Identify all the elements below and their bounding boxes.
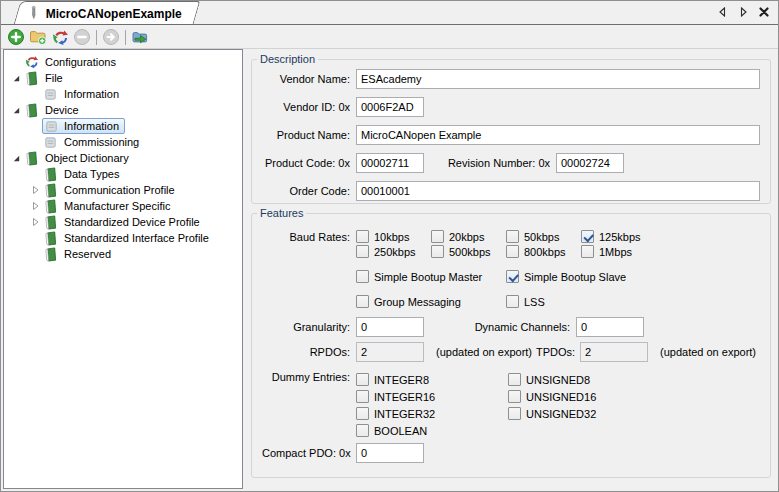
tree-item-file-information[interactable]: Information bbox=[4, 86, 242, 102]
checkbox-simple-bootup-slave[interactable]: Simple Bootup Slave bbox=[506, 270, 626, 283]
checkbox-label: 1Mbps bbox=[599, 246, 632, 258]
revision-number-field[interactable] bbox=[556, 153, 624, 173]
tree-item-label: Device bbox=[43, 104, 81, 116]
description-groupbox-title: Description bbox=[257, 53, 318, 65]
checkbox-box[interactable] bbox=[508, 407, 521, 420]
go-button-disabled[interactable] bbox=[100, 27, 122, 48]
right-arrow-icon[interactable] bbox=[737, 6, 749, 18]
checkbox-unsigned16[interactable]: UNSIGNED16 bbox=[508, 388, 596, 405]
checkbox-boolean[interactable]: BOOLEAN bbox=[356, 422, 508, 439]
granularity-label: Granularity: bbox=[262, 321, 350, 333]
checkbox-box[interactable] bbox=[356, 373, 369, 386]
checkbox-1mbps[interactable]: 1Mbps bbox=[581, 245, 656, 258]
checkbox-500kbps[interactable]: 500kbps bbox=[431, 245, 506, 258]
tree-item-device[interactable]: Device bbox=[4, 102, 242, 118]
close-icon[interactable] bbox=[758, 6, 770, 18]
order-code-field[interactable] bbox=[356, 181, 760, 201]
checkbox-box[interactable] bbox=[508, 390, 521, 403]
tree-item-manufacturer-specific[interactable]: Manufacturer Specific bbox=[4, 198, 242, 214]
checkbox-integer8[interactable]: INTEGER8 bbox=[356, 371, 508, 388]
tab-microcanopenexample[interactable]: MicroCANopenExample bbox=[14, 1, 201, 24]
export-button[interactable] bbox=[129, 27, 151, 48]
product-name-field[interactable] bbox=[356, 125, 760, 145]
checkbox-box[interactable] bbox=[356, 245, 369, 258]
tree-item-reserved[interactable]: Reserved bbox=[4, 246, 242, 262]
checkbox-label: 10kbps bbox=[374, 231, 409, 243]
granularity-field[interactable] bbox=[356, 317, 424, 337]
tree-item-device-information-selected[interactable]: Information bbox=[4, 118, 242, 134]
checkbox-box[interactable] bbox=[581, 245, 594, 258]
checkbox-10kbps[interactable]: 10kbps bbox=[356, 230, 431, 243]
compact-pdo-field[interactable] bbox=[356, 443, 424, 463]
rpdos-label: RPDOs: bbox=[262, 346, 350, 358]
tree-item-label: Object Dictionary bbox=[43, 152, 131, 164]
checkbox-simple-bootup-master[interactable]: Simple Bootup Master bbox=[356, 270, 506, 283]
checkbox-250kbps[interactable]: 250kbps bbox=[356, 245, 431, 258]
open-button[interactable] bbox=[27, 27, 49, 48]
tree-item-data-types[interactable]: Data Types bbox=[4, 166, 242, 182]
vendor-name-field[interactable] bbox=[356, 69, 760, 89]
book-icon bbox=[24, 151, 39, 166]
vendor-id-field[interactable] bbox=[356, 97, 424, 117]
checkbox-unsigned8[interactable]: UNSIGNED8 bbox=[508, 371, 596, 388]
checkbox-125kbps[interactable]: 125kbps bbox=[581, 230, 656, 243]
checkbox-50kbps[interactable]: 50kbps bbox=[506, 230, 581, 243]
checkbox-box[interactable] bbox=[356, 270, 369, 283]
checkbox-box[interactable] bbox=[506, 230, 519, 243]
tree-item-standardized-device-profile[interactable]: Standardized Device Profile bbox=[4, 214, 242, 230]
remove-button-disabled[interactable] bbox=[71, 27, 93, 48]
tree-item-object-dictionary[interactable]: Object Dictionary bbox=[4, 150, 242, 166]
gray-sphere-minus-icon bbox=[73, 28, 91, 46]
expander-collapsed-icon[interactable] bbox=[27, 182, 43, 198]
checkbox-unsigned32[interactable]: UNSIGNED32 bbox=[508, 405, 596, 422]
checkbox-integer32[interactable]: INTEGER32 bbox=[356, 405, 508, 422]
checkbox-lss[interactable]: LSS bbox=[506, 295, 545, 308]
checkbox-box[interactable] bbox=[356, 295, 369, 308]
tree-item-communication-profile[interactable]: Communication Profile bbox=[4, 182, 242, 198]
dummy-entries-label: Dummy Entries: bbox=[262, 371, 350, 383]
tree-item-file[interactable]: File bbox=[4, 70, 242, 86]
left-arrow-icon[interactable] bbox=[716, 6, 728, 18]
expander-expanded-icon[interactable] bbox=[8, 70, 24, 86]
expander-collapsed-icon[interactable] bbox=[27, 198, 43, 214]
book-icon bbox=[43, 231, 58, 246]
tree-item-label: Data Types bbox=[62, 168, 121, 180]
expander-expanded-icon[interactable] bbox=[8, 102, 24, 118]
checkbox-label: 125kbps bbox=[599, 231, 641, 243]
checkbox-box[interactable] bbox=[356, 407, 369, 420]
tree-item-configurations[interactable]: Configurations bbox=[4, 54, 242, 70]
product-code-field[interactable] bbox=[356, 153, 424, 173]
new-button[interactable] bbox=[5, 27, 27, 48]
checkbox-box[interactable] bbox=[356, 424, 369, 437]
book-icon bbox=[43, 167, 58, 182]
tree-item-label: Standardized Device Profile bbox=[62, 216, 202, 228]
checkbox-box[interactable] bbox=[581, 230, 594, 243]
checkbox-box[interactable] bbox=[356, 230, 369, 243]
dummy-entries-column-2: UNSIGNED8 UNSIGNED16 UNSIGNED32 bbox=[508, 371, 596, 422]
checkbox-label: UNSIGNED32 bbox=[526, 408, 596, 420]
expander-slot bbox=[27, 246, 43, 262]
checkbox-box[interactable] bbox=[431, 245, 444, 258]
checkbox-group-messaging[interactable]: Group Messaging bbox=[356, 295, 506, 308]
expander-expanded-icon[interactable] bbox=[8, 150, 24, 166]
checkbox-box[interactable] bbox=[506, 245, 519, 258]
product-code-label: Product Code: 0x bbox=[262, 157, 350, 169]
checkbox-box[interactable] bbox=[506, 295, 519, 308]
tree-item-label: Reserved bbox=[62, 248, 113, 260]
tree-item-label: Standardized Interface Profile bbox=[62, 232, 211, 244]
configurations-button[interactable] bbox=[49, 27, 71, 48]
page-icon bbox=[44, 119, 59, 134]
expander-collapsed-icon[interactable] bbox=[27, 214, 43, 230]
checkbox-box[interactable] bbox=[508, 373, 521, 386]
checkbox-box[interactable] bbox=[506, 270, 519, 283]
dynamic-channels-field[interactable] bbox=[576, 317, 644, 337]
checkbox-label: UNSIGNED8 bbox=[526, 374, 590, 386]
tab-strip: MicroCANopenExample bbox=[1, 1, 778, 25]
tree-item-commissioning[interactable]: Commissioning bbox=[4, 134, 242, 150]
checkbox-box[interactable] bbox=[356, 390, 369, 403]
checkbox-integer16[interactable]: INTEGER16 bbox=[356, 388, 508, 405]
tree-item-standardized-interface-profile[interactable]: Standardized Interface Profile bbox=[4, 230, 242, 246]
checkbox-20kbps[interactable]: 20kbps bbox=[431, 230, 506, 243]
checkbox-box[interactable] bbox=[431, 230, 444, 243]
checkbox-800kbps[interactable]: 800kbps bbox=[506, 245, 581, 258]
